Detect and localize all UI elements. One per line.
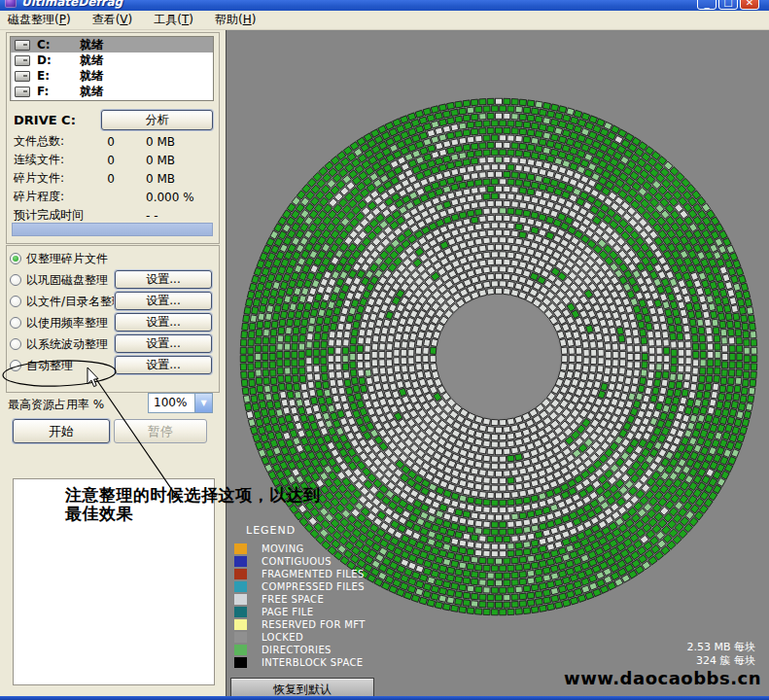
cluster-size-text: 324 簇 每块: [686, 654, 755, 668]
settings-button-2[interactable]: 设置...: [115, 270, 212, 289]
method-option-3[interactable]: 以文件/目录名整理设置...: [10, 291, 217, 312]
menu-view[interactable]: 查看(V): [92, 12, 133, 28]
watermark-text: www.daocaobbs.cn: [564, 668, 761, 688]
stat-label: 预计完成时间: [14, 207, 99, 224]
drive-letter: E:: [37, 69, 80, 83]
legend-swatch-interblock-space: [234, 657, 247, 668]
annotation-line-2: 最佳效果: [65, 505, 357, 523]
method-option-1[interactable]: 仅整理碎片文件: [10, 248, 217, 269]
radio-button[interactable]: [10, 317, 21, 329]
drive-row-f[interactable]: F:就绪: [11, 84, 213, 99]
resource-usage-label: 最高资源占用率 %: [8, 397, 104, 413]
analyze-button[interactable]: 分析: [101, 110, 213, 130]
legend-label: RESERVED FOR MFT: [262, 619, 366, 630]
method-option-6[interactable]: 自动整理设置...: [10, 355, 217, 376]
stat-row: 连续文件:00 MB: [14, 151, 214, 169]
titlebar: UltimateDefrag: [0, 0, 769, 11]
legend-row: PAGE FILE: [234, 606, 366, 618]
disk-panel: LEGEND MOVINGCONTIGUOUSFRAGMENTED FILESC…: [226, 29, 769, 696]
legend-row: LOCKED: [234, 631, 366, 644]
method-option-4[interactable]: 以使用频率整理设置...: [10, 312, 217, 333]
legend-title: LEGEND: [246, 524, 366, 537]
stat-count: 0: [99, 154, 115, 167]
method-option-5[interactable]: 以系统波动整理设置...: [10, 333, 217, 355]
settings-button-6[interactable]: 设置...: [115, 356, 212, 374]
stat-count: 0: [99, 135, 115, 149]
legend-swatch-moving: [234, 543, 247, 554]
stat-size: 0 MB: [146, 154, 175, 167]
minimize-button[interactable]: _: [697, 0, 717, 10]
legend-swatch-fragmented-files: [234, 569, 247, 579]
settings-button-4[interactable]: 设置...: [115, 313, 212, 332]
legend-label: MOVING: [262, 543, 304, 554]
menu-tools[interactable]: 工具(T): [154, 12, 193, 28]
stat-count: 0: [99, 172, 115, 186]
drive-row-c[interactable]: C:就绪: [11, 37, 213, 52]
legend-swatch-free-space: [234, 594, 247, 605]
defrag-method-options: 仅整理碎片文件以巩固磁盘整理设置...以文件/目录名整理设置...以使用频率整理…: [10, 248, 217, 376]
method-option-label: 自动整理: [26, 358, 73, 374]
stat-row: 文件总数:00 MB: [14, 132, 214, 151]
resource-usage-combobox[interactable]: 100% ▼: [148, 393, 213, 413]
settings-button-5[interactable]: 设置...: [115, 334, 212, 353]
drive-listbox[interactable]: C:就绪D:就绪E:就绪F:就绪: [10, 36, 214, 101]
legend-row: CONTIGUOUS: [234, 555, 366, 568]
drive-letter: D:: [37, 53, 80, 67]
method-option-label: 以巩固磁盘整理: [26, 272, 108, 289]
radio-button[interactable]: [10, 253, 21, 264]
stat-size: 0 MB: [146, 172, 175, 186]
window-title: UltimateDefrag: [21, 0, 122, 9]
legend: LEGEND MOVINGCONTIGUOUSFRAGMENTED FILESC…: [234, 524, 366, 669]
legend-label: INTERBLOCK SPACE: [262, 657, 364, 668]
legend-row: FREE SPACE: [234, 593, 366, 606]
method-option-2[interactable]: 以巩固磁盘整理设置...: [10, 269, 217, 291]
drive-row-e[interactable]: E:就绪: [11, 68, 213, 84]
drive-icon: [15, 55, 30, 66]
ultimatedefrag-window: { "window": { "title": "UltimateDefrag" …: [0, 0, 769, 700]
method-option-label: 仅整理碎片文件: [26, 251, 108, 267]
settings-button-3[interactable]: 设置...: [115, 292, 212, 310]
maximize-button[interactable]: □: [718, 0, 738, 10]
drive-row-d[interactable]: D:就绪: [11, 52, 213, 68]
drive-icon: [15, 40, 30, 51]
start-button[interactable]: 开始: [13, 419, 110, 443]
legend-label: DIRECTORIES: [262, 645, 332, 655]
annotation-line-1: 注意整理的时候选择这项，以达到: [65, 486, 357, 505]
method-option-label: 以使用频率整理: [26, 315, 108, 332]
drive-status: 就绪: [80, 52, 103, 69]
legend-swatch-contiguous: [234, 556, 247, 567]
drive-letter: C:: [37, 38, 80, 52]
stat-label: 文件总数:: [14, 133, 99, 150]
app-icon: [5, 0, 17, 8]
menu-disk-defrag[interactable]: 磁盘整理(P): [8, 12, 71, 28]
drive-icon: [15, 71, 30, 82]
legend-label: COMPRESSED FILES: [262, 581, 365, 592]
stat-size: 0 MB: [146, 135, 175, 149]
radio-button[interactable]: [10, 296, 21, 307]
menu-help[interactable]: 帮助(H): [215, 12, 256, 28]
close-button[interactable]: ✕: [740, 0, 759, 10]
block-size-text: 2.53 MB 每块: [686, 641, 755, 654]
radio-button[interactable]: [10, 360, 21, 371]
stat-label: 碎片程度:: [14, 189, 99, 205]
legend-swatch-compressed-files: [234, 581, 247, 592]
legend-row: RESERVED FOR MFT: [234, 618, 366, 631]
chevron-down-icon[interactable]: ▼: [194, 394, 212, 412]
legend-swatch-directories: [234, 645, 247, 655]
drive-letter: F:: [37, 85, 80, 98]
pause-button[interactable]: 暂停: [114, 419, 207, 443]
legend-row: INTERBLOCK SPACE: [234, 656, 366, 669]
radio-button[interactable]: [10, 274, 21, 286]
stat-size: 0.000 %: [146, 191, 194, 204]
radio-button[interactable]: [10, 338, 21, 350]
legend-swatch-locked: [234, 632, 247, 643]
annotation-text: 注意整理的时候选择这项，以达到 最佳效果: [65, 486, 357, 523]
legend-label: FRAGMENTED FILES: [262, 569, 365, 579]
stat-row: 碎片文件:00 MB: [14, 169, 214, 188]
drive-status: 就绪: [80, 68, 103, 85]
resource-usage-value: 100%: [149, 394, 194, 412]
drive-title: DRIVE C:: [14, 113, 76, 127]
legend-label: FREE SPACE: [262, 594, 324, 605]
restore-defaults-button[interactable]: 恢复到默认: [230, 678, 374, 696]
legend-label: PAGE FILE: [262, 607, 314, 617]
